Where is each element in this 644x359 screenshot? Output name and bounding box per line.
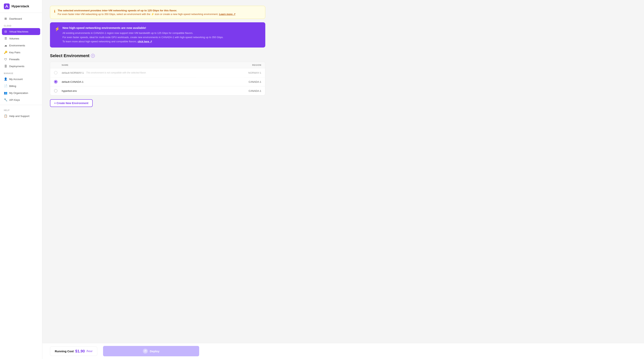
cloud-section-label: CLOUD: [0, 22, 42, 28]
sidebar-item-api-keys[interactable]: 🔧 API Keys: [0, 96, 42, 103]
sidebar-item-deployments[interactable]: 🗄 Deployments: [0, 63, 42, 70]
table-header: NAME REGION: [50, 62, 265, 68]
env-name-hyperbot: hyperbot-env: [62, 90, 242, 92]
lightning-icon: ⚡: [151, 13, 155, 16]
sidebar-item-label: API Keys: [9, 99, 20, 101]
alert-purple-title: New high-speed networking environments a…: [62, 26, 224, 30]
dashboard-icon: ⊞: [4, 17, 7, 21]
section-info-icon[interactable]: i: [91, 54, 95, 58]
bottom-bar: Running Cost $1.90/hour ⏱ Deploy: [42, 343, 644, 359]
sidebar-item-label: Virtual Machines: [9, 30, 28, 33]
env-name-norway: default-NORWAY-1 This environment is not…: [62, 71, 242, 74]
info-circle-icon: ℹ: [54, 9, 55, 14]
radio-hyperbot[interactable]: [54, 89, 62, 93]
radio-canada1[interactable]: [54, 80, 62, 84]
create-new-environment-button[interactable]: + Create New Environment: [50, 99, 93, 107]
sidebar-item-label: My Account: [9, 78, 23, 81]
sidebar-item-label: Key Pairs: [9, 51, 20, 54]
alert-purple-body: New high-speed networking environments a…: [62, 26, 224, 44]
sidebar-item-help-support[interactable]: 📋 Help and Support: [0, 113, 42, 120]
alert-yellow-bold: The selected environment provides inter-…: [58, 9, 236, 12]
logo-icon: [4, 4, 10, 9]
alert-yellow-text: For even faster inter-VM networking up t…: [58, 13, 236, 16]
help-icon: 📋: [4, 114, 7, 118]
manage-section-label: MANAGE: [0, 70, 42, 76]
table-row[interactable]: default-NORWAY-1 This environment is not…: [50, 68, 265, 77]
alert-yellow: ℹ The selected environment provides inte…: [50, 6, 265, 19]
org-icon: 👥: [4, 91, 7, 95]
logo: Hyperstack: [0, 0, 42, 13]
running-cost-box: Running Cost $1.90/hour: [50, 346, 97, 356]
sidebar-item-my-organization[interactable]: 👥 My Organization: [0, 90, 42, 96]
sidebar-item-label: Deployments: [9, 65, 24, 68]
main-content: ℹ The selected environment provides inte…: [42, 0, 273, 113]
sidebar-item-label: Environments: [9, 44, 25, 47]
sidebar-item-label: My Organization: [9, 92, 28, 95]
sidebar-item-key-pairs[interactable]: 🔑 Key Pairs: [0, 49, 42, 56]
help-section-label: HELP: [0, 107, 42, 113]
deploy-icon: ⏱: [143, 348, 148, 353]
env-region-canada1: CANADA-1: [242, 80, 261, 83]
sidebar-item-dashboard[interactable]: ⊞ Dashboard: [0, 15, 42, 22]
lightning-banner-icon: ⚡: [54, 27, 60, 32]
volumes-icon: ☰: [4, 37, 7, 40]
sidebar-item-volumes[interactable]: ☰ Volumes: [0, 35, 42, 42]
firewall-icon: 🛡: [4, 58, 7, 61]
sidebar-item-label: Help and Support: [9, 115, 30, 118]
sidebar-item-virtual-machines[interactable]: ⊟ Virtual Machines: [2, 28, 40, 35]
radio-norway[interactable]: [54, 71, 62, 75]
deploy-label: Deploy: [150, 349, 159, 353]
main-content-area: ℹ The selected environment provides inte…: [42, 0, 644, 359]
vm-icon: ⊟: [4, 30, 7, 33]
sidebar-item-label: Firewalls: [9, 58, 20, 61]
env-incompatible-label: This environment is not compatible with …: [86, 71, 146, 74]
sidebar-divider: [0, 105, 42, 105]
alert-yellow-body: The selected environment provides inter-…: [58, 9, 236, 16]
sidebar-item-label: Billing: [9, 85, 16, 88]
alert-purple-link[interactable]: click here ↗: [138, 40, 152, 43]
table-row[interactable]: hyperbot-env CANADA-1: [50, 86, 265, 95]
key-icon: 🔑: [4, 51, 7, 54]
sidebar: Hyperstack ⊞ Dashboard CLOUD ⊟ Virtual M…: [0, 0, 42, 359]
table-row[interactable]: default-CANADA-1 CANADA-1: [50, 77, 265, 86]
environments-icon: ☁: [4, 44, 7, 47]
env-name-canada1: default-CANADA-1: [62, 80, 242, 83]
sidebar-item-environments[interactable]: ☁ Environments: [0, 42, 42, 49]
sidebar-item-firewalls[interactable]: 🛡 Firewalls: [0, 56, 42, 63]
col-name-header: NAME: [62, 64, 252, 66]
deployments-icon: 🗄: [4, 65, 7, 68]
sidebar-item-billing[interactable]: 📄 Billing: [0, 83, 42, 90]
nav: ⊞ Dashboard CLOUD ⊟ Virtual Machines ☰ V…: [0, 13, 42, 359]
deploy-button[interactable]: ⏱ Deploy: [103, 346, 199, 356]
svg-rect-0: [4, 4, 10, 9]
billing-icon: 📄: [4, 84, 7, 88]
select-environment-title: Select Environment i: [50, 53, 265, 58]
sidebar-item-my-account[interactable]: 👤 My Account: [0, 76, 42, 83]
environment-table: NAME REGION default-NORWAY-1 This enviro…: [50, 62, 265, 95]
alert-yellow-link[interactable]: Learn more ↗: [219, 13, 235, 16]
account-icon: 👤: [4, 77, 7, 81]
running-cost-unit: /hour: [86, 349, 92, 353]
api-icon: 🔧: [4, 98, 7, 102]
running-cost-label: Running Cost: [55, 349, 74, 353]
sidebar-item-label: Volumes: [9, 37, 19, 40]
alert-purple: ⚡ New high-speed networking environments…: [50, 22, 265, 48]
env-region-hyperbot: CANADA-1: [242, 90, 261, 92]
app-name: Hyperstack: [12, 5, 29, 8]
alert-purple-text: All existing environments in CANADA-1 re…: [62, 31, 224, 44]
col-region-header: REGION: [252, 64, 261, 66]
env-region-norway: NORWAY-1: [242, 71, 261, 74]
running-cost-value: $1.90: [75, 349, 85, 353]
sidebar-item-label: Dashboard: [9, 17, 22, 20]
